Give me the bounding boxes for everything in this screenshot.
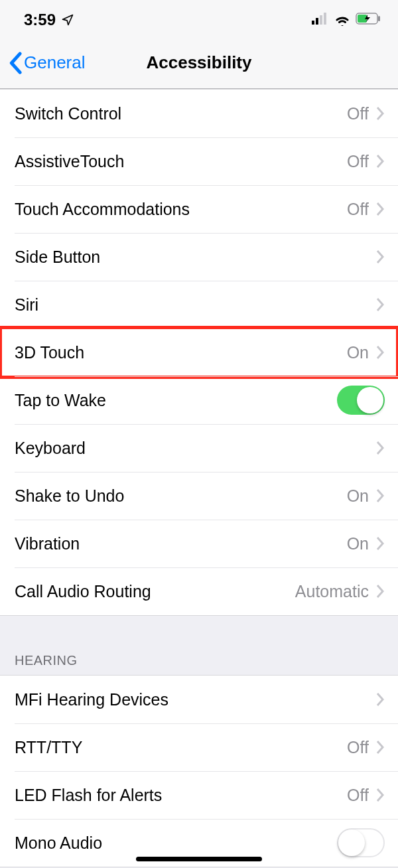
row-touch-accommodations[interactable]: Touch Accommodations Off bbox=[0, 185, 398, 233]
row-value: On bbox=[347, 486, 369, 506]
row-label: Siri bbox=[15, 295, 369, 315]
toggle-tap-to-wake[interactable] bbox=[337, 386, 385, 415]
row-label: Call Audio Routing bbox=[15, 582, 295, 601]
nav-bar: General Accessibility bbox=[0, 37, 398, 89]
status-left: 3:59 bbox=[24, 11, 74, 29]
chevron-left-icon bbox=[8, 52, 23, 74]
wifi-icon bbox=[334, 14, 350, 26]
status-bar: 3:59 bbox=[0, 0, 398, 37]
row-tap-to-wake[interactable]: Tap to Wake bbox=[0, 376, 398, 424]
row-siri[interactable]: Siri bbox=[0, 281, 398, 328]
chevron-right-icon bbox=[375, 787, 385, 803]
row-value: On bbox=[347, 343, 369, 362]
row-label: Vibration bbox=[15, 534, 347, 553]
row-label: Keyboard bbox=[15, 439, 369, 458]
row-rtt-tty[interactable]: RTT/TTY Off bbox=[0, 723, 398, 771]
back-label: General bbox=[24, 52, 86, 73]
chevron-right-icon bbox=[375, 201, 385, 217]
status-time: 3:59 bbox=[24, 11, 56, 29]
row-call-audio-routing[interactable]: Call Audio Routing Automatic bbox=[0, 567, 398, 615]
chevron-right-icon bbox=[375, 583, 385, 599]
row-label: Shake to Undo bbox=[15, 486, 347, 506]
row-label: Switch Control bbox=[15, 104, 347, 123]
row-3d-touch[interactable]: 3D Touch On bbox=[0, 328, 398, 376]
battery-charging-icon bbox=[356, 13, 381, 27]
cellular-signal-icon bbox=[312, 13, 329, 27]
svg-rect-0 bbox=[312, 21, 314, 25]
row-value: Automatic bbox=[295, 582, 369, 601]
chevron-right-icon bbox=[375, 153, 385, 169]
chevron-right-icon bbox=[375, 297, 385, 313]
row-label: 3D Touch bbox=[15, 343, 347, 362]
svg-rect-1 bbox=[316, 18, 318, 25]
row-value: Off bbox=[347, 104, 369, 123]
row-label: LED Flash for Alerts bbox=[15, 786, 347, 805]
chevron-right-icon bbox=[375, 344, 385, 360]
chevron-right-icon bbox=[375, 488, 385, 504]
row-label: Side Button bbox=[15, 248, 369, 267]
row-value: Off bbox=[347, 200, 369, 219]
row-value: On bbox=[347, 534, 369, 553]
chevron-right-icon bbox=[375, 536, 385, 551]
row-label: Mono Audio bbox=[15, 833, 337, 853]
svg-rect-2 bbox=[320, 15, 322, 25]
row-shake-to-undo[interactable]: Shake to Undo On bbox=[0, 472, 398, 520]
row-label: RTT/TTY bbox=[15, 738, 347, 757]
back-button[interactable]: General bbox=[0, 52, 86, 74]
row-label: MFi Hearing Devices bbox=[15, 690, 369, 709]
row-value: Off bbox=[347, 738, 369, 757]
row-mfi-hearing-devices[interactable]: MFi Hearing Devices bbox=[0, 676, 398, 723]
home-indicator[interactable] bbox=[136, 857, 262, 861]
section-interaction: Switch Control Off AssistiveTouch Off To… bbox=[0, 89, 398, 616]
row-vibration[interactable]: Vibration On bbox=[0, 520, 398, 567]
row-label: Touch Accommodations bbox=[15, 200, 347, 219]
chevron-right-icon bbox=[375, 106, 385, 121]
row-label: Tap to Wake bbox=[15, 391, 337, 410]
row-side-button[interactable]: Side Button bbox=[0, 233, 398, 281]
row-led-flash-for-alerts[interactable]: LED Flash for Alerts Off bbox=[0, 771, 398, 819]
chevron-right-icon bbox=[375, 739, 385, 755]
row-switch-control[interactable]: Switch Control Off bbox=[0, 90, 398, 137]
section-hearing: MFi Hearing Devices RTT/TTY Off LED Flas… bbox=[0, 675, 398, 867]
toggle-mono-audio[interactable] bbox=[337, 828, 385, 857]
svg-rect-3 bbox=[324, 13, 326, 25]
row-keyboard[interactable]: Keyboard bbox=[0, 424, 398, 472]
svg-rect-5 bbox=[378, 16, 380, 21]
location-icon bbox=[61, 13, 74, 27]
row-value: Off bbox=[347, 152, 369, 171]
row-value: Off bbox=[347, 786, 369, 805]
row-assistivetouch[interactable]: AssistiveTouch Off bbox=[0, 137, 398, 185]
chevron-right-icon bbox=[375, 691, 385, 707]
section-header-hearing: HEARING bbox=[0, 616, 398, 675]
settings-list: Switch Control Off AssistiveTouch Off To… bbox=[0, 89, 398, 868]
status-right bbox=[312, 13, 381, 27]
row-label: AssistiveTouch bbox=[15, 152, 347, 171]
chevron-right-icon bbox=[375, 440, 385, 456]
chevron-right-icon bbox=[375, 249, 385, 265]
